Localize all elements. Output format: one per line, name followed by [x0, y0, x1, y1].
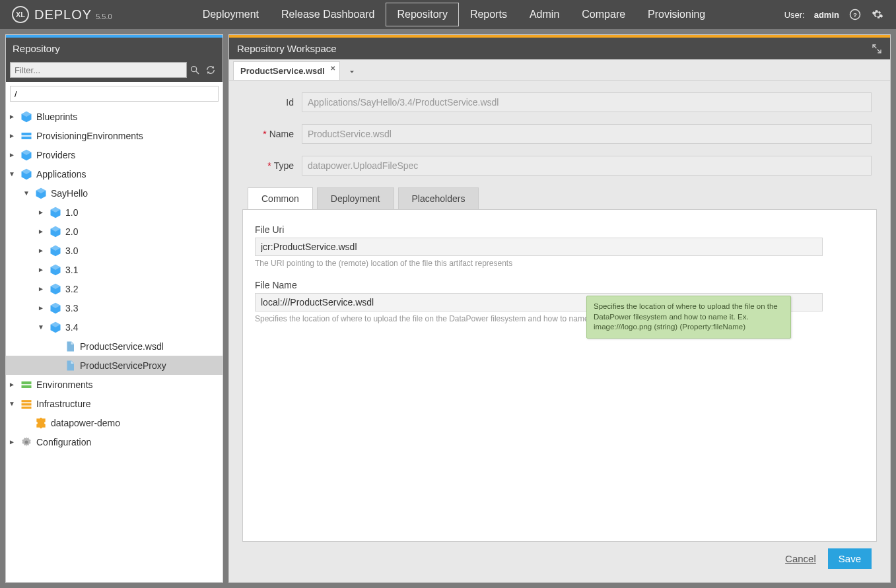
user-label: User: [784, 10, 805, 20]
file-name-label: File Name [255, 280, 864, 290]
subtab-common[interactable]: Common [248, 187, 313, 209]
tree-item-3-1[interactable]: ►3.1 [6, 260, 223, 279]
repository-tree: ►Blueprints►ProvisioningEnvironments►Pro… [6, 106, 223, 582]
expander-icon[interactable]: ► [7, 113, 17, 120]
expander-icon[interactable]: ► [36, 228, 46, 235]
expander-icon[interactable]: ► [36, 285, 46, 292]
id-field [302, 92, 872, 112]
brand-version: 5.5.0 [96, 13, 112, 20]
package-icon [48, 320, 63, 335]
name-field[interactable] [302, 124, 872, 144]
top-bar: XL DEPLOY 5.5.0 DeploymentRelease Dashbo… [0, 0, 896, 29]
expander-icon[interactable]: ▼ [7, 170, 17, 178]
subtab-placeholders[interactable]: Placeholders [398, 187, 479, 209]
expander-icon[interactable]: ► [36, 247, 46, 254]
topnav-item-reports[interactable]: Reports [459, 3, 518, 26]
topnav-item-repository[interactable]: Repository [386, 3, 458, 26]
subtab-deployment[interactable]: Deployment [317, 187, 394, 209]
svg-line-3 [196, 71, 199, 74]
path-input[interactable] [10, 86, 219, 102]
tree-label: Applications [36, 169, 86, 180]
tree-item-productservice-wsdl[interactable]: ProductService.wsdl [6, 337, 223, 356]
tree-item-configuration[interactable]: ►Configuration [6, 432, 223, 451]
type-label: *Type [248, 160, 294, 171]
tree-label: ProvisioningEnvironments [36, 131, 143, 141]
topnav-item-release-dashboard[interactable]: Release Dashboard [270, 3, 386, 26]
tree-item-infrastructure[interactable]: ▼Infrastructure [6, 394, 223, 413]
topnav-item-provisioning[interactable]: Provisioning [637, 3, 716, 26]
refresh-icon[interactable] [205, 65, 219, 75]
gear-icon [19, 435, 34, 449]
filter-input[interactable] [10, 62, 187, 78]
tree-item-1-0[interactable]: ►1.0 [6, 203, 223, 222]
help-icon[interactable]: ? [848, 8, 862, 21]
tree-item-sayhello[interactable]: ▼SayHello [6, 183, 223, 203]
expander-icon[interactable]: ▼ [7, 400, 17, 407]
expander-icon[interactable]: ► [7, 132, 17, 139]
tree-item-3-4[interactable]: ▼3.4 [6, 317, 223, 337]
tree-item-3-3[interactable]: ►3.3 [6, 298, 223, 317]
main-area: Repository ►Blueprints►ProvisioningEnvir… [0, 29, 896, 588]
save-button[interactable]: Save [828, 548, 872, 569]
tree-label: Infrastructure [36, 399, 90, 409]
search-icon[interactable] [190, 65, 203, 75]
provider-icon [19, 148, 34, 162]
tree-label: ProductService.wsdl [80, 341, 164, 352]
workspace-header: Repository Workspace [229, 38, 890, 59]
tree-item-provisioningenvironments[interactable]: ►ProvisioningEnvironments [6, 126, 223, 145]
tree-item-3-2[interactable]: ►3.2 [6, 279, 223, 298]
svg-rect-10 [22, 407, 32, 408]
path-input-wrap [6, 82, 223, 106]
cancel-button[interactable]: Cancel [785, 553, 816, 564]
blueprint-icon [19, 110, 34, 124]
expander-icon[interactable]: ► [36, 266, 46, 273]
close-icon[interactable]: ✕ [330, 65, 335, 72]
svg-rect-8 [22, 400, 32, 402]
workspace-body: Id *Name *Type CommonDeploymentPlacehold… [229, 81, 890, 582]
topnav-item-compare[interactable]: Compare [570, 3, 637, 26]
file-uri-input[interactable] [255, 238, 823, 256]
package-icon [34, 186, 48, 201]
topnav-item-admin[interactable]: Admin [518, 3, 570, 26]
workspace-title: Repository Workspace [237, 43, 337, 54]
tree-label: Environments [36, 379, 93, 390]
gear-icon[interactable] [871, 8, 884, 21]
workspace-tab[interactable]: ProductService.wsdl ✕ [233, 61, 340, 80]
tree-label: Configuration [36, 437, 91, 447]
tree-label: datapower-demo [51, 418, 120, 428]
expander-icon[interactable]: ► [7, 438, 17, 445]
expander-icon[interactable]: ► [36, 209, 46, 216]
tree-item-3-0[interactable]: ►3.0 [6, 241, 223, 260]
tree-item-blueprints[interactable]: ►Blueprints [6, 107, 223, 126]
expander-icon[interactable]: ► [7, 381, 17, 388]
env-icon [19, 129, 34, 143]
tree-item-providers[interactable]: ►Providers [6, 145, 223, 164]
maximize-icon[interactable] [872, 44, 882, 54]
expander-icon[interactable]: ▼ [36, 323, 46, 331]
tree-label: Blueprints [36, 112, 77, 122]
common-panel: File Uri The URI pointing to the (remote… [242, 209, 877, 542]
user-name: admin [814, 10, 839, 20]
topnav-item-deployment[interactable]: Deployment [191, 3, 270, 26]
tree-item-applications[interactable]: ▼Applications [6, 164, 223, 183]
brand-name: DEPLOY [34, 7, 92, 22]
tree-item-productserviceproxy[interactable]: ProductServiceProxy [6, 356, 223, 375]
tree-label: ProductServiceProxy [80, 360, 166, 371]
expander-icon[interactable]: ► [36, 304, 46, 311]
expander-icon[interactable]: ► [7, 151, 17, 158]
tree-item-datapower-demo[interactable]: datapower-demo [6, 413, 223, 432]
package-icon [48, 282, 63, 296]
workspace-footer: Cancel Save [236, 542, 883, 575]
tree-item-environments[interactable]: ►Environments [6, 375, 223, 394]
svg-rect-4 [22, 133, 32, 135]
file-uri-label: File Uri [255, 224, 864, 235]
package-icon [48, 263, 63, 277]
repository-workspace: Repository Workspace ProductService.wsdl… [228, 34, 891, 583]
file-uri-help: The URI pointing to the (remote) locatio… [255, 259, 864, 268]
tree-item-2-0[interactable]: ►2.0 [6, 222, 223, 241]
field-file-uri: File Uri The URI pointing to the (remote… [255, 224, 864, 268]
package-icon [48, 244, 63, 258]
expander-icon[interactable]: ▼ [22, 189, 31, 197]
form-row-name: *Name [236, 124, 883, 144]
chevron-down-icon[interactable] [340, 64, 364, 80]
